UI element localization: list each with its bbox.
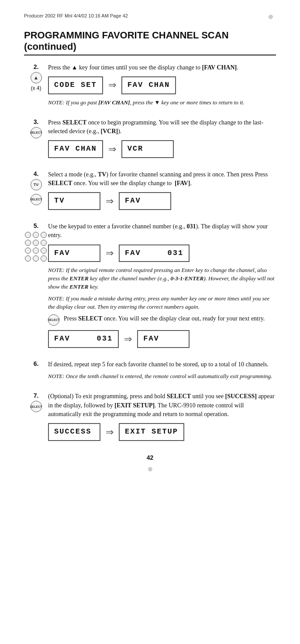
step-5-select-text: Press SELECT once. You will see the disp…: [64, 314, 265, 323]
arrow-right-3: ⇒: [106, 194, 114, 208]
step-6-note: NOTE: Once the tenth channel is entered,…: [48, 372, 276, 381]
031-label: 031: [187, 223, 196, 230]
step-4-row: 4. TV SELECT Select a mode (e.g., TV) fo…: [24, 170, 276, 214]
lcd-tv: TV: [48, 192, 100, 210]
step-7-display-row: SUCCESS ⇒ EXIT SETUP: [48, 423, 276, 441]
step-5-number: 5.: [34, 222, 39, 229]
enter-label-1: ENTER: [69, 275, 88, 282]
select-label-7: SELECT: [167, 393, 191, 399]
x4-label: (x 4): [31, 85, 41, 91]
arrow-right-5: ⇒: [124, 332, 132, 346]
cross-mark-bottom: [146, 465, 154, 473]
step-6-row: 6. If desired, repeat step 5 for each fa…: [24, 360, 276, 384]
arrow-right-4: ⇒: [106, 246, 114, 260]
step-3-icon: 3. SELECT: [24, 118, 48, 138]
step-2-icon: 2. ▲ (x 4): [24, 63, 48, 91]
arrow-right-7: ⇒: [106, 425, 114, 439]
step-7-number: 7.: [34, 392, 39, 399]
lcd-code-set: CODE SET: [48, 76, 103, 94]
lcd-fav-031-2: FAV 031: [48, 330, 119, 348]
key-7[interactable]: [25, 248, 31, 254]
step-7-content: (Optional) To exit programming, press an…: [48, 392, 276, 445]
step-5-select-row: SELECT Press SELECT once. You will see t…: [48, 314, 276, 326]
lcd-success: SUCCESS: [48, 423, 100, 441]
key-5[interactable]: [33, 240, 39, 246]
note-fav-chan-bold: [FAV CHAN]: [98, 99, 130, 106]
lcd-exit-setup: EXIT SETUP: [119, 423, 184, 441]
step-5-display-row-2: FAV 031 ⇒ FAV: [48, 330, 276, 348]
step-5-row: 5. Use the keypad to enter a favorite ch…: [24, 222, 276, 352]
key-9[interactable]: [41, 248, 47, 254]
step-4-number: 4.: [34, 170, 39, 177]
page-header: Producer 2002 RF Mnl 4/4/02 10:16 AM Pag…: [24, 13, 276, 21]
vcr-label: [VCR]: [101, 128, 118, 134]
step-3-number: 3.: [34, 118, 39, 125]
title-line2: (continued): [24, 41, 276, 52]
exit-setup-label: [EXIT SETUP]: [114, 402, 155, 409]
step-5-icon: 5.: [24, 222, 48, 262]
select-label-5: SELECT: [78, 315, 102, 322]
reg-mark-bottom: [24, 465, 276, 473]
fav-chan-label: [FAV CHAN]: [202, 64, 237, 71]
key-1[interactable]: [25, 232, 31, 238]
up-arrow-button[interactable]: ▲: [31, 72, 42, 83]
step-6-text: If desired, repeat step 5 for each favor…: [48, 360, 276, 369]
page-title: PROGRAMMING FAVORITE CHANNEL SCAN (conti…: [24, 30, 276, 53]
step-7-icon: 7. SELECT: [24, 392, 48, 412]
key-6[interactable]: [41, 240, 47, 246]
step-2-text: Press the ▲ key four times until you see…: [48, 63, 276, 72]
step-2-display-row: CODE SET ⇒ FAV CHAN: [48, 76, 276, 94]
tv-button[interactable]: TV: [31, 179, 42, 190]
lcd-fav-3: FAV: [137, 330, 190, 348]
key-2[interactable]: [33, 232, 39, 238]
step-3-display-row: FAV CHAN ⇒ VCR: [48, 140, 276, 158]
key-3[interactable]: [41, 232, 47, 238]
select-label-4: SELECT: [48, 180, 72, 186]
step-3-text: Press SELECT once to begin programming. …: [48, 118, 276, 136]
step-7-text: (Optional) To exit programming, press an…: [48, 392, 276, 419]
arrow-right-1: ⇒: [108, 78, 116, 92]
sequence-label: 0-3-1-ENTER: [170, 275, 203, 282]
lcd-fav-2: FAV: [48, 245, 100, 262]
header-text: Producer 2002 RF Mnl 4/4/02 10:16 AM Pag…: [24, 13, 128, 21]
title-rule: [24, 55, 276, 55]
step-2-number: 2.: [34, 63, 39, 70]
key-0[interactable]: [33, 255, 39, 262]
step-6-content: If desired, repeat step 5 for each favor…: [48, 360, 276, 384]
step-5-note1: NOTE: If the original remote control req…: [48, 266, 276, 291]
step-2-note: NOTE: If you go past [FAV CHAN], press t…: [48, 99, 276, 107]
step-3-row: 3. SELECT Press SELECT once to begin pro…: [24, 118, 276, 162]
key-star[interactable]: [25, 255, 31, 262]
select-label-3: SELECT: [62, 119, 86, 126]
key-hash[interactable]: [41, 255, 47, 262]
title-line1: PROGRAMMING FAVORITE CHANNEL SCAN: [24, 30, 276, 41]
tv-label: TV: [98, 171, 106, 178]
step-4-text: Select a mode (e.g., TV) for favorite ch…: [48, 170, 276, 188]
arrow-right-2: ⇒: [108, 142, 116, 156]
fav-label-4: [FAV]: [175, 180, 190, 186]
step-6-icon: 6.: [24, 360, 48, 367]
lcd-vcr: VCR: [121, 140, 174, 158]
step-6-number: 6.: [34, 360, 39, 367]
select-button-5[interactable]: SELECT: [48, 314, 59, 326]
step-5-display-row-1: FAV ⇒ FAV 031: [48, 245, 276, 262]
reg-mark-top: [268, 13, 276, 21]
lcd-fav-031: FAV 031: [119, 245, 190, 262]
step-5-text: Use the keypad to enter a favorite chann…: [48, 222, 276, 240]
step-4-content: Select a mode (e.g., TV) for favorite ch…: [48, 170, 276, 214]
select-button-7[interactable]: SELECT: [31, 401, 42, 412]
select-button-4[interactable]: SELECT: [31, 194, 42, 205]
page-number: 42: [24, 454, 276, 461]
key-4[interactable]: [25, 240, 31, 246]
step-2-row: 2. ▲ (x 4) Press the ▲ key four times un…: [24, 63, 276, 110]
step-5-note2: NOTE: If you made a mistake during entry…: [48, 295, 276, 311]
page-container: Producer 2002 RF Mnl 4/4/02 10:16 AM Pag…: [0, 0, 300, 644]
step-4-display-row: TV ⇒ FAV: [48, 192, 276, 210]
lcd-fav-chan-2: FAV CHAN: [48, 140, 103, 158]
keypad-grid: [25, 232, 48, 262]
lcd-fav-chan-1: FAV CHAN: [121, 76, 176, 94]
select-button-3[interactable]: SELECT: [31, 127, 42, 138]
step-5-content: Use the keypad to enter a favorite chann…: [48, 222, 276, 352]
key-8[interactable]: [33, 248, 39, 254]
success-label: [SUCCESS]: [225, 393, 257, 399]
